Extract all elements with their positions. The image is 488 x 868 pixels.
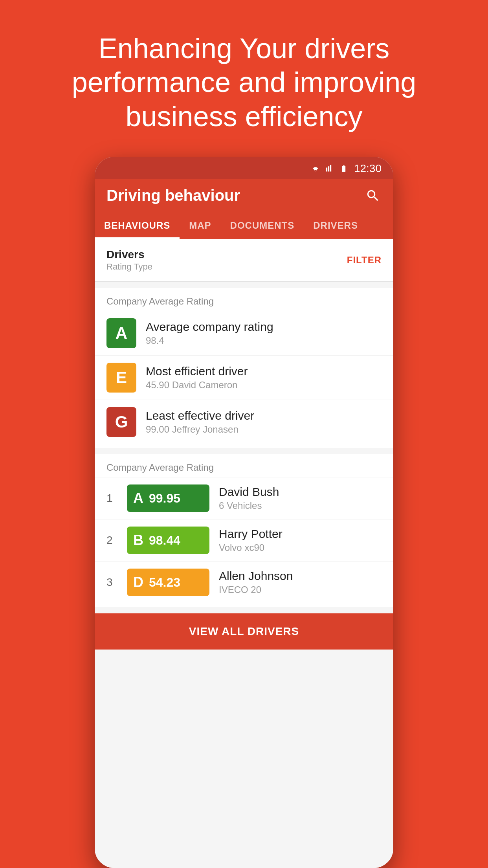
score-badge-0: A 99.95	[127, 484, 209, 512]
summary-text-1: Most efficient driver 45.90 David Camero…	[146, 365, 248, 391]
grade-badge-e: E	[106, 363, 136, 393]
tab-drivers[interactable]: DRIVERS	[304, 212, 367, 239]
summary-value-2: 99.00 Jeffrey Jonasen	[146, 424, 254, 435]
summary-text-0: Average company rating 98.4	[146, 320, 273, 346]
score-letter-2: D	[133, 574, 143, 591]
grade-badge-a: A	[106, 318, 136, 348]
score-letter-1: B	[133, 532, 143, 549]
driver-info-2: Allen Johnson IVECO 20	[219, 569, 293, 595]
driver-sub-1: Volvo xc90	[219, 542, 283, 553]
search-icon	[365, 188, 380, 203]
tab-documents[interactable]: DOCUMENTS	[221, 212, 304, 239]
grade-badge-g: G	[106, 407, 136, 437]
app-title: Driving behaviour	[106, 187, 240, 204]
score-badge-2: D 54.23	[127, 569, 209, 596]
summary-item-2: G Least effective driver 99.00 Jeffrey J…	[95, 400, 393, 444]
tab-behaviours[interactable]: BEHAVIOURS	[95, 212, 180, 239]
status-icons	[310, 165, 349, 172]
status-bar: 12:30	[95, 157, 393, 179]
driver-sub-0: 6 Vehicles	[219, 500, 279, 511]
filter-secondary-label: Rating Type	[106, 262, 152, 272]
summary-value-1: 45.90 David Cameron	[146, 380, 248, 391]
driver-info-0: David Bush 6 Vehicles	[219, 485, 279, 511]
view-all-button[interactable]: VIEW ALL DRIVERS	[95, 613, 393, 650]
summary-text-2: Least effective driver 99.00 Jeffrey Jon…	[146, 409, 254, 435]
tabs-bar: BEHAVIOURS MAP DOCUMENTS DRIVERS	[95, 212, 393, 239]
rank-number-1: 2	[106, 534, 121, 547]
rank-number-0: 1	[106, 492, 121, 505]
ranking-item-1: 2 B 98.44 Harry Potter Volvo xc90	[95, 519, 393, 561]
ranking-section-title: Company Average Rating	[95, 454, 393, 477]
ranking-item-2: 3 D 54.23 Allen Johnson IVECO 20	[95, 561, 393, 603]
app-bar: Driving behaviour	[95, 179, 393, 212]
score-value-0: 99.95	[149, 491, 180, 506]
tab-map[interactable]: MAP	[180, 212, 220, 239]
summary-item-0: A Average company rating 98.4	[95, 311, 393, 355]
filter-label-group: Drivers Rating Type	[106, 248, 152, 272]
battery-icon	[338, 165, 349, 172]
search-button[interactable]	[364, 187, 382, 204]
summary-value-0: 98.4	[146, 335, 273, 346]
score-value-1: 98.44	[149, 533, 180, 548]
summary-name-1: Most efficient driver	[146, 365, 248, 378]
summary-name-2: Least effective driver	[146, 409, 254, 422]
summary-section: Company Average Rating A Average company…	[95, 288, 393, 448]
filter-primary-label: Drivers	[106, 248, 152, 261]
ranking-section: Company Average Rating 1 A 99.95 David B…	[95, 454, 393, 607]
signal-icon	[324, 165, 335, 172]
driver-sub-2: IVECO 20	[219, 584, 293, 595]
driver-name-1: Harry Potter	[219, 527, 283, 541]
score-letter-0: A	[133, 490, 143, 506]
filter-button[interactable]: FILTER	[347, 255, 382, 266]
score-value-2: 54.23	[149, 575, 180, 590]
score-badge-1: B 98.44	[127, 527, 209, 554]
hero-text: Enhancing Your drivers performance and i…	[0, 0, 488, 157]
driver-name-2: Allen Johnson	[219, 569, 293, 583]
status-time: 12:30	[354, 162, 382, 175]
driver-info-1: Harry Potter Volvo xc90	[219, 527, 283, 553]
wifi-icon	[310, 165, 321, 172]
summary-item-1: E Most efficient driver 45.90 David Came…	[95, 355, 393, 400]
phone-frame: 12:30 Driving behaviour BEHAVIOURS MAP D…	[95, 157, 393, 868]
rank-number-2: 3	[106, 576, 121, 589]
content-area: Drivers Rating Type FILTER Company Avera…	[95, 239, 393, 868]
driver-name-0: David Bush	[219, 485, 279, 499]
summary-section-title: Company Average Rating	[95, 288, 393, 311]
filter-row: Drivers Rating Type FILTER	[95, 239, 393, 282]
ranking-item-0: 1 A 99.95 David Bush 6 Vehicles	[95, 477, 393, 519]
summary-name-0: Average company rating	[146, 320, 273, 334]
